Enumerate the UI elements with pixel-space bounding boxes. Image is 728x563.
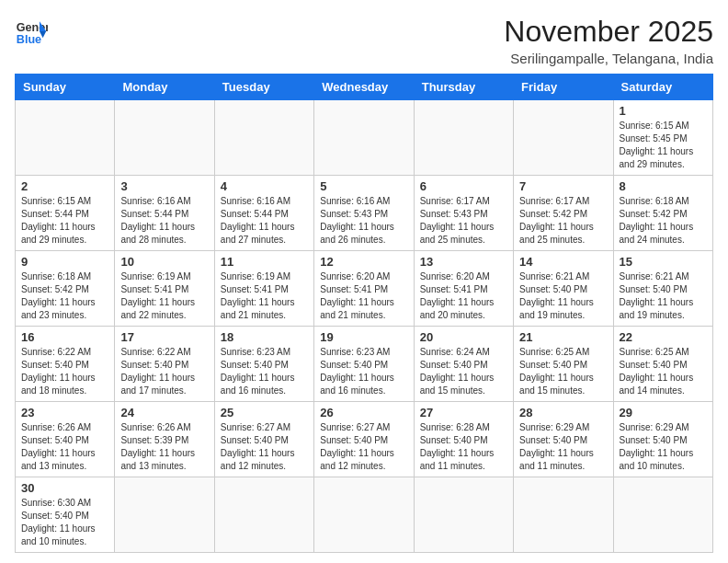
calendar-table: SundayMondayTuesdayWednesdayThursdayFrid… — [15, 74, 713, 553]
day-number: 18 — [221, 330, 308, 344]
calendar-cell — [514, 100, 613, 176]
day-number: 16 — [21, 330, 108, 344]
title-section: November 2025 Serilingampalle, Telangana… — [504, 15, 713, 66]
cell-content: Sunrise: 6:23 AM Sunset: 5:40 PM Dayligh… — [221, 346, 308, 397]
calendar-cell — [414, 477, 513, 553]
calendar-cell — [314, 477, 414, 553]
cell-content: Sunrise: 6:24 AM Sunset: 5:40 PM Dayligh… — [420, 346, 507, 397]
calendar-cell — [414, 100, 513, 176]
calendar-cell: 18Sunrise: 6:23 AM Sunset: 5:40 PM Dayli… — [214, 327, 313, 402]
day-number: 15 — [620, 255, 707, 269]
logo-icon: General Blue — [15, 15, 48, 48]
calendar-cell — [214, 100, 313, 176]
day-number: 1 — [620, 104, 707, 118]
calendar-cell: 28Sunrise: 6:29 AM Sunset: 5:40 PM Dayli… — [514, 402, 613, 477]
cell-content: Sunrise: 6:29 AM Sunset: 5:40 PM Dayligh… — [620, 421, 707, 473]
cell-content: Sunrise: 6:26 AM Sunset: 5:40 PM Dayligh… — [21, 421, 108, 473]
day-number: 23 — [21, 406, 108, 419]
day-number: 24 — [120, 406, 208, 419]
day-number: 11 — [221, 255, 308, 269]
calendar-cell: 26Sunrise: 6:27 AM Sunset: 5:40 PM Dayli… — [314, 402, 414, 477]
day-number: 19 — [320, 330, 407, 344]
month-title: November 2025 — [504, 15, 713, 49]
calendar-cell: 7Sunrise: 6:17 AM Sunset: 5:42 PM Daylig… — [514, 176, 613, 251]
cell-content: Sunrise: 6:23 AM Sunset: 5:40 PM Dayligh… — [320, 346, 407, 397]
cell-content: Sunrise: 6:16 AM Sunset: 5:43 PM Dayligh… — [320, 195, 407, 247]
day-number: 22 — [620, 330, 707, 344]
calendar-week-row: 23Sunrise: 6:26 AM Sunset: 5:40 PM Dayli… — [16, 402, 713, 477]
calendar-cell: 3Sunrise: 6:16 AM Sunset: 5:44 PM Daylig… — [115, 176, 214, 251]
calendar-week-row: 9Sunrise: 6:18 AM Sunset: 5:42 PM Daylig… — [16, 251, 713, 327]
cell-content: Sunrise: 6:16 AM Sunset: 5:44 PM Dayligh… — [120, 195, 208, 247]
day-number: 20 — [420, 330, 507, 344]
cell-content: Sunrise: 6:16 AM Sunset: 5:44 PM Dayligh… — [221, 195, 308, 247]
day-number: 30 — [21, 481, 108, 495]
cell-content: Sunrise: 6:25 AM Sunset: 5:40 PM Dayligh… — [519, 346, 607, 397]
calendar-header-row: SundayMondayTuesdayWednesdayThursdayFrid… — [16, 75, 713, 100]
page-header: General Blue November 2025 Serilingampal… — [15, 15, 713, 66]
day-number: 3 — [120, 179, 208, 193]
cell-content: Sunrise: 6:28 AM Sunset: 5:40 PM Dayligh… — [420, 421, 507, 473]
calendar-cell: 1Sunrise: 6:15 AM Sunset: 5:45 PM Daylig… — [613, 100, 712, 176]
calendar-cell: 20Sunrise: 6:24 AM Sunset: 5:40 PM Dayli… — [414, 327, 513, 402]
day-number: 27 — [420, 406, 507, 419]
calendar-cell — [214, 477, 313, 553]
day-number: 17 — [120, 330, 208, 344]
calendar-cell: 22Sunrise: 6:25 AM Sunset: 5:40 PM Dayli… — [613, 327, 712, 402]
calendar-week-row: 1Sunrise: 6:15 AM Sunset: 5:45 PM Daylig… — [16, 100, 713, 176]
calendar-week-row: 2Sunrise: 6:15 AM Sunset: 5:44 PM Daylig… — [16, 176, 713, 251]
calendar-week-row: 16Sunrise: 6:22 AM Sunset: 5:40 PM Dayli… — [16, 327, 713, 402]
cell-content: Sunrise: 6:29 AM Sunset: 5:40 PM Dayligh… — [519, 421, 607, 473]
cell-content: Sunrise: 6:27 AM Sunset: 5:40 PM Dayligh… — [320, 421, 407, 473]
calendar-cell: 16Sunrise: 6:22 AM Sunset: 5:40 PM Dayli… — [16, 327, 115, 402]
cell-content: Sunrise: 6:15 AM Sunset: 5:45 PM Dayligh… — [620, 120, 707, 171]
cell-content: Sunrise: 6:19 AM Sunset: 5:41 PM Dayligh… — [120, 270, 208, 322]
weekday-header: Saturday — [613, 75, 712, 100]
svg-text:Blue: Blue — [17, 33, 41, 46]
cell-content: Sunrise: 6:15 AM Sunset: 5:44 PM Dayligh… — [21, 195, 108, 247]
logo: General Blue — [15, 15, 48, 48]
calendar-cell: 6Sunrise: 6:17 AM Sunset: 5:43 PM Daylig… — [414, 176, 513, 251]
weekday-header: Wednesday — [314, 75, 414, 100]
day-number: 26 — [320, 406, 407, 419]
day-number: 25 — [221, 406, 308, 419]
weekday-header: Monday — [115, 75, 214, 100]
calendar-cell — [514, 477, 613, 553]
calendar-cell: 27Sunrise: 6:28 AM Sunset: 5:40 PM Dayli… — [414, 402, 513, 477]
cell-content: Sunrise: 6:20 AM Sunset: 5:41 PM Dayligh… — [420, 270, 507, 322]
cell-content: Sunrise: 6:25 AM Sunset: 5:40 PM Dayligh… — [620, 346, 707, 397]
calendar-cell: 11Sunrise: 6:19 AM Sunset: 5:41 PM Dayli… — [214, 251, 313, 327]
day-number: 12 — [320, 255, 407, 269]
cell-content: Sunrise: 6:20 AM Sunset: 5:41 PM Dayligh… — [320, 270, 407, 322]
calendar-cell — [16, 100, 115, 176]
calendar-cell — [613, 477, 712, 553]
day-number: 13 — [420, 255, 507, 269]
weekday-header: Friday — [514, 75, 613, 100]
day-number: 28 — [519, 406, 607, 419]
calendar-cell: 23Sunrise: 6:26 AM Sunset: 5:40 PM Dayli… — [16, 402, 115, 477]
day-number: 2 — [21, 179, 108, 193]
calendar-week-row: 30Sunrise: 6:30 AM Sunset: 5:40 PM Dayli… — [16, 477, 713, 553]
calendar-cell: 12Sunrise: 6:20 AM Sunset: 5:41 PM Dayli… — [314, 251, 414, 327]
location-title: Serilingampalle, Telangana, India — [504, 51, 713, 66]
cell-content: Sunrise: 6:22 AM Sunset: 5:40 PM Dayligh… — [120, 346, 208, 397]
weekday-header: Thursday — [414, 75, 513, 100]
day-number: 9 — [21, 255, 108, 269]
calendar-cell: 14Sunrise: 6:21 AM Sunset: 5:40 PM Dayli… — [514, 251, 613, 327]
day-number: 4 — [221, 179, 308, 193]
day-number: 29 — [620, 406, 707, 419]
calendar-cell: 15Sunrise: 6:21 AM Sunset: 5:40 PM Dayli… — [613, 251, 712, 327]
calendar-cell: 30Sunrise: 6:30 AM Sunset: 5:40 PM Dayli… — [16, 477, 115, 553]
day-number: 7 — [519, 179, 607, 193]
day-number: 6 — [420, 179, 507, 193]
day-number: 8 — [620, 179, 707, 193]
cell-content: Sunrise: 6:18 AM Sunset: 5:42 PM Dayligh… — [21, 270, 108, 322]
calendar-cell: 4Sunrise: 6:16 AM Sunset: 5:44 PM Daylig… — [214, 176, 313, 251]
day-number: 10 — [120, 255, 208, 269]
calendar-cell: 25Sunrise: 6:27 AM Sunset: 5:40 PM Dayli… — [214, 402, 313, 477]
calendar-cell: 10Sunrise: 6:19 AM Sunset: 5:41 PM Dayli… — [115, 251, 214, 327]
cell-content: Sunrise: 6:27 AM Sunset: 5:40 PM Dayligh… — [221, 421, 308, 473]
cell-content: Sunrise: 6:19 AM Sunset: 5:41 PM Dayligh… — [221, 270, 308, 322]
weekday-header: Sunday — [16, 75, 115, 100]
cell-content: Sunrise: 6:21 AM Sunset: 5:40 PM Dayligh… — [620, 270, 707, 322]
